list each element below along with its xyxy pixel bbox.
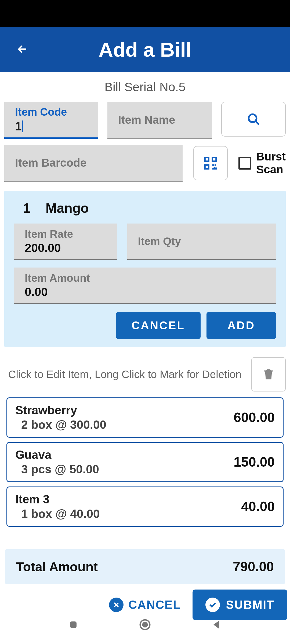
android-nav-bar bbox=[0, 606, 290, 644]
svg-rect-1 bbox=[205, 158, 209, 161]
scan-qr-button[interactable] bbox=[193, 146, 228, 180]
total-value: 790.00 bbox=[233, 559, 274, 575]
svg-rect-2 bbox=[212, 158, 216, 161]
text-cursor bbox=[22, 120, 23, 132]
app-bar: Add a Bill bbox=[0, 27, 290, 72]
back-button[interactable] bbox=[16, 43, 29, 57]
item-qty-input[interactable]: Item Qty bbox=[127, 224, 276, 260]
item-rate-input[interactable]: Item Rate 200.00 bbox=[14, 224, 117, 260]
items-list: Strawberry 2 box @ 300.00 600.00 Guava 3… bbox=[0, 395, 290, 534]
item-code-label: Item Code bbox=[15, 106, 87, 118]
item-code-value: 1 bbox=[15, 120, 21, 133]
list-item[interactable]: Guava 3 pcs @ 50.00 150.00 bbox=[6, 442, 284, 482]
delete-button[interactable] bbox=[251, 357, 286, 391]
total-label: Total Amount bbox=[16, 559, 98, 574]
list-item[interactable]: Item 3 1 box @ 40.00 40.00 bbox=[6, 486, 284, 527]
item-code-input[interactable]: Item Code 1 bbox=[4, 102, 98, 139]
item-name-input[interactable]: Item Name bbox=[107, 102, 212, 139]
search-button[interactable] bbox=[221, 102, 286, 137]
items-hint-text: Click to Edit Item, Long Click to Mark f… bbox=[4, 368, 245, 380]
trash-icon bbox=[262, 368, 275, 381]
item-barcode-input[interactable]: Item Barcode bbox=[4, 145, 183, 182]
item-name: Strawberry bbox=[15, 404, 106, 417]
item-amount-label: Item Amount bbox=[25, 272, 265, 284]
item-amount-input[interactable]: Item Amount 0.00 bbox=[14, 268, 276, 304]
item-rate-value: 200.00 bbox=[25, 241, 106, 255]
edit-item-name: Mango bbox=[46, 200, 89, 216]
item-amount: 40.00 bbox=[241, 499, 275, 514]
panel-add-button[interactable]: ADD bbox=[206, 312, 276, 339]
burst-scan-label: Burst Scan bbox=[256, 150, 286, 176]
item-amount: 150.00 bbox=[234, 454, 275, 470]
item-amount: 600.00 bbox=[234, 410, 275, 425]
burst-scan-checkbox[interactable] bbox=[238, 157, 251, 170]
item-amount-value: 0.00 bbox=[25, 285, 265, 299]
item-rate-label: Item Rate bbox=[25, 228, 106, 240]
status-bar bbox=[0, 0, 290, 27]
item-qty-label: Item Qty bbox=[138, 235, 265, 247]
item-detail: 1 box @ 40.00 bbox=[21, 507, 100, 521]
item-name-label: Item Name bbox=[118, 114, 201, 126]
qr-icon bbox=[203, 156, 218, 171]
list-item[interactable]: Strawberry 2 box @ 300.00 600.00 bbox=[6, 397, 284, 438]
item-name: Item 3 bbox=[15, 493, 100, 506]
nav-recent-button[interactable] bbox=[67, 618, 80, 632]
svg-point-6 bbox=[143, 623, 147, 627]
item-detail: 3 pcs @ 50.00 bbox=[21, 463, 99, 476]
total-bar: Total Amount 790.00 bbox=[5, 549, 285, 584]
item-name: Guava bbox=[15, 448, 99, 462]
burst-scan-toggle[interactable]: Burst Scan bbox=[238, 150, 286, 176]
item-detail: 2 box @ 300.00 bbox=[21, 418, 106, 431]
edit-item-code: 1 bbox=[23, 200, 31, 216]
svg-rect-4 bbox=[70, 621, 77, 628]
svg-point-0 bbox=[249, 114, 256, 122]
item-barcode-label: Item Barcode bbox=[15, 156, 172, 169]
panel-cancel-button[interactable]: CANCEL bbox=[116, 312, 201, 339]
item-edit-panel: 1 Mango Item Rate 200.00 Item Qty Item A… bbox=[4, 191, 286, 347]
nav-home-button[interactable] bbox=[139, 618, 151, 632]
search-icon bbox=[246, 112, 261, 126]
bill-serial-text: Bill Serial No.5 bbox=[0, 72, 290, 102]
nav-back-button[interactable] bbox=[210, 618, 223, 632]
page-title: Add a Bill bbox=[99, 38, 191, 61]
svg-rect-3 bbox=[205, 165, 209, 169]
